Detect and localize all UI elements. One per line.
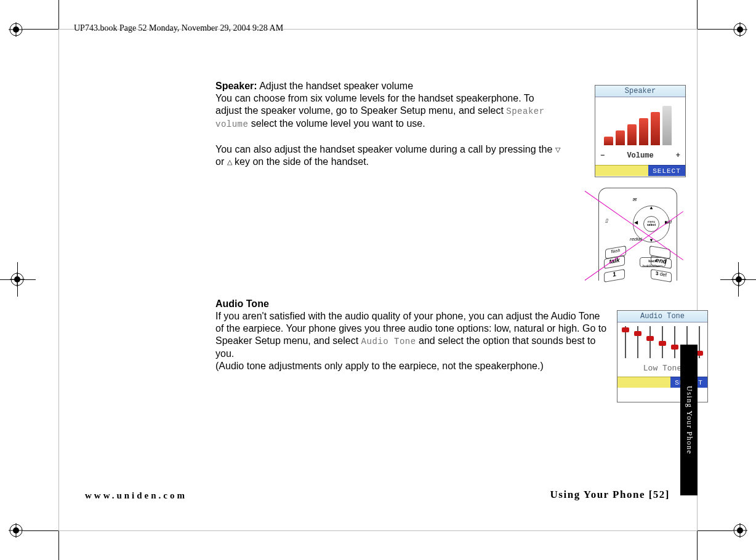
volume-bar — [651, 112, 660, 145]
volume-minus: − — [600, 151, 605, 160]
crop-mark-icon — [9, 22, 23, 37]
crop-mark-icon — [733, 22, 747, 37]
volume-bar-inactive — [662, 106, 672, 145]
svg-point-0 — [10, 23, 22, 36]
svg-point-12 — [734, 524, 746, 537]
volume-bar — [616, 130, 625, 145]
crop-mark-icon — [731, 272, 746, 289]
svg-point-5 — [737, 26, 743, 33]
up-arrow-icon: ▲ — [649, 205, 654, 210]
section-tab: Using Your Phone — [680, 345, 698, 495]
crop-line — [697, 530, 733, 531]
speaker-p1b: select the volume level you want to use. — [248, 118, 425, 129]
handset-illustration: menuselect ▲ ▼ ◀ ▶ ▯ cid redial ✉ flash … — [585, 185, 690, 289]
crop-line — [23, 29, 59, 30]
speaker-p1a: You can choose from six volume levels fo… — [215, 93, 534, 116]
audio-tone-heading: Audio Tone — [215, 298, 269, 309]
lcd-left-softkey — [617, 377, 670, 388]
volume-label: Volume — [627, 151, 653, 160]
svg-point-1 — [13, 26, 19, 33]
crop-mark-icon — [9, 523, 23, 538]
tone-p2: (Audio tone adjustments only apply to th… — [215, 361, 544, 371]
speaker-p2c: key on the side of the handset. — [232, 156, 369, 167]
envelope-icon: ✉ — [632, 197, 637, 202]
speaker-heading-rest: Adjust the handset speaker volume — [257, 81, 414, 91]
lcd-left-softkey — [595, 165, 648, 176]
key-1: 1 — [604, 269, 625, 282]
lcd-code-audio-tone: Audio Tone — [361, 337, 416, 346]
speaker-heading: Speaker: — [215, 81, 257, 91]
crop-mark-icon — [10, 272, 25, 289]
framemaker-header: UP743.book Page 52 Monday, November 29, … — [74, 23, 283, 33]
svg-point-9 — [13, 527, 19, 534]
crop-line — [697, 29, 733, 30]
up-triangle-icon: △ — [227, 159, 232, 166]
speaker-lcd-screenshot: Speaker − Volume + SELECT — [595, 85, 686, 177]
speaker-section: Speaker: Adjust the handset speaker volu… — [215, 80, 603, 168]
svg-point-8 — [10, 524, 22, 537]
down-triangle-icon: ▽ — [555, 146, 560, 153]
phonebook-icon: ▯ — [605, 218, 608, 223]
svg-point-4 — [734, 23, 746, 36]
crop-line — [23, 530, 59, 531]
lcd-title: Audio Tone — [617, 311, 707, 322]
footer-url: www.uniden.com — [85, 490, 187, 501]
key-3: 3 def — [651, 269, 672, 282]
crop-mark-icon — [733, 523, 747, 538]
audio-tone-section: Audio Tone If you aren't satisfied with … — [215, 298, 609, 372]
volume-bars — [604, 106, 672, 145]
lcd-right-softkey: SELECT — [648, 165, 685, 176]
svg-point-13 — [737, 527, 743, 534]
volume-bar — [639, 118, 648, 145]
speaker-p2a: You can also adjust the handset speaker … — [215, 144, 555, 154]
volume-bar — [627, 124, 637, 145]
speaker-p2b: or — [215, 156, 227, 167]
lcd-title: Speaker — [595, 86, 685, 97]
footer-page-label: Using Your Phone [52] — [550, 489, 670, 501]
volume-bar — [604, 137, 613, 145]
volume-plus: + — [676, 151, 680, 160]
left-arrow-icon: ◀ — [634, 220, 638, 225]
